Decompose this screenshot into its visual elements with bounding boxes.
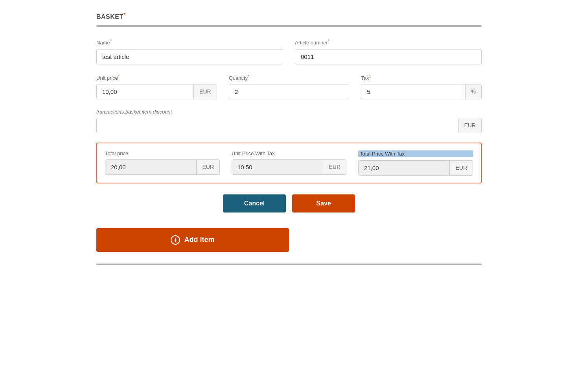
article-input[interactable] — [295, 49, 481, 64]
tax-input-wrapper: % — [361, 84, 482, 99]
save-button[interactable]: Save — [292, 194, 355, 212]
quantity-label: Quantity* — [229, 74, 350, 81]
basket-required-marker: * — [123, 12, 126, 18]
total-price-suffix: EUR — [196, 160, 219, 174]
discount-group: transactions.basket.item.discount EUR — [96, 109, 482, 133]
discount-input-wrapper: EUR — [96, 118, 482, 133]
add-item-icon: + — [171, 235, 180, 245]
total-price-tax-input — [359, 161, 449, 175]
add-item-button[interactable]: + Add Item — [96, 228, 289, 252]
total-price-tax-wrapper: EUR — [358, 160, 473, 176]
quantity-input[interactable] — [229, 84, 349, 99]
section-title: BASKET* — [96, 12, 482, 20]
name-group: Name* — [96, 38, 283, 64]
unit-price-tax-suffix: EUR — [323, 160, 346, 174]
article-label: Article number* — [295, 38, 482, 46]
tax-suffix: % — [465, 84, 481, 99]
total-price-label: Total price — [105, 150, 220, 156]
tax-group: Tax* % — [361, 74, 482, 99]
tax-input[interactable] — [361, 84, 465, 99]
total-price-wrapper: EUR — [105, 159, 220, 175]
top-divider — [96, 25, 482, 27]
unit-price-group: Unit price* EUR — [96, 74, 217, 99]
add-item-label: Add Item — [184, 236, 214, 244]
price-qty-tax-row: Unit price* EUR Quantity* Tax* % — [96, 74, 482, 99]
total-price-tax-suffix: EUR — [449, 161, 473, 175]
unit-price-tax-group: Unit Price With Tax EUR — [232, 150, 346, 176]
action-row: Cancel Save — [96, 194, 482, 212]
page-container: BASKET* Name* Article number* Unit price… — [73, 0, 505, 277]
name-input[interactable] — [97, 49, 283, 64]
total-price-tax-group: Total Price With Tax EUR — [358, 150, 473, 176]
article-group: Article number* — [295, 38, 482, 64]
unit-price-tax-label: Unit Price With Tax — [232, 150, 346, 156]
total-price-input — [105, 160, 196, 174]
tax-label: Tax* — [361, 74, 482, 81]
total-price-group: Total price EUR — [105, 150, 220, 176]
unit-price-input-wrapper: EUR — [96, 84, 217, 99]
bottom-divider — [96, 264, 482, 265]
name-label: Name* — [96, 38, 283, 46]
unit-price-input[interactable] — [97, 84, 193, 99]
total-price-tax-label: Total Price With Tax — [358, 150, 473, 157]
name-input-wrapper — [96, 49, 283, 64]
unit-price-label: Unit price* — [96, 74, 217, 81]
summary-box: Total price EUR Unit Price With Tax EUR … — [96, 143, 482, 183]
discount-row: transactions.basket.item.discount EUR — [96, 109, 482, 133]
basket-title: BASKET — [96, 13, 123, 20]
discount-label: transactions.basket.item.discount — [96, 109, 482, 115]
quantity-input-wrapper — [229, 84, 350, 99]
quantity-group: Quantity* — [229, 74, 350, 99]
discount-input[interactable] — [97, 118, 458, 133]
article-input-wrapper — [295, 49, 482, 64]
unit-price-tax-wrapper: EUR — [232, 159, 346, 175]
discount-suffix: EUR — [458, 118, 481, 133]
unit-price-suffix: EUR — [193, 84, 217, 99]
name-article-row: Name* Article number* — [96, 38, 482, 64]
cancel-button[interactable]: Cancel — [223, 194, 286, 212]
unit-price-tax-input — [232, 160, 323, 174]
